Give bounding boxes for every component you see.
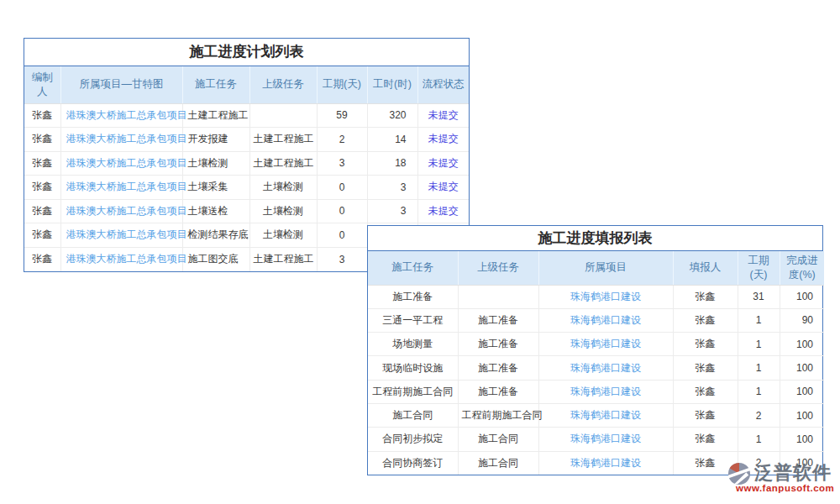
parent-task-cell: 施工准备 — [458, 333, 538, 356]
progress-cell: 90 — [780, 308, 824, 332]
hours-cell: 320 — [367, 103, 417, 128]
parent-task-cell: 土壤检测 — [249, 223, 317, 248]
col-header-creator: 编制人 — [24, 66, 60, 103]
plan-header-row: 编制人 所属项目—甘特图 施工任务 上级任务 工期(天) 工时(时) 流程状态 — [24, 66, 469, 103]
project-link[interactable]: 港珠澳大桥施工总承包项目 — [60, 223, 182, 248]
duration-cell: 3 — [317, 151, 367, 176]
report-table-title: 施工进度填报列表 — [368, 226, 822, 251]
parent-task-cell — [249, 103, 317, 128]
reporter-cell: 张鑫 — [673, 333, 738, 356]
status-link[interactable]: 未提交 — [417, 151, 469, 176]
project-link[interactable]: 珠海鹤港口建设 — [538, 451, 673, 475]
report-table: 施工进度填报列表 施工任务 上级任务 所属项目 填报人 工期(天) 完成进度(%… — [367, 225, 823, 475]
col-header-progress: 完成进度(%) — [780, 251, 824, 285]
status-link[interactable]: 未提交 — [417, 103, 469, 128]
fanpu-logo: 泛普软件 www.fanpusoft.com — [726, 459, 840, 497]
parent-task-cell: 施工准备 — [458, 308, 538, 332]
progress-cell: 100 — [780, 428, 824, 451]
parent-task-cell: 土建工程施工 — [249, 151, 317, 176]
parent-task-cell: 施工准备 — [458, 380, 538, 403]
duration-cell: 1 — [738, 333, 780, 356]
task-cell: 施工图交底 — [182, 247, 249, 271]
parent-task-cell: 土建工程施工 — [249, 247, 317, 271]
status-link[interactable]: 未提交 — [417, 128, 469, 152]
parent-task-cell: 施工准备 — [458, 356, 538, 380]
project-link[interactable]: 珠海鹤港口建设 — [538, 285, 673, 308]
reporter-cell: 张鑫 — [673, 403, 738, 427]
hours-cell: 3 — [367, 176, 417, 200]
task-cell: 土建工程施工 — [182, 103, 249, 128]
status-link[interactable]: 未提交 — [417, 199, 469, 223]
col-header-task: 施工任务 — [182, 66, 249, 103]
project-link[interactable]: 港珠澳大桥施工总承包项目 — [60, 247, 182, 271]
creator-cell: 张鑫 — [24, 223, 60, 248]
duration-cell: 2 — [738, 403, 780, 427]
project-link[interactable]: 珠海鹤港口建设 — [538, 403, 673, 427]
table-row: 张鑫港珠澳大桥施工总承包项目土建工程施工59320未提交 — [24, 103, 469, 128]
table-row: 合同初步拟定施工合同珠海鹤港口建设张鑫1100 — [368, 428, 824, 451]
creator-cell: 张鑫 — [24, 103, 60, 128]
project-link[interactable]: 港珠澳大桥施工总承包项目 — [60, 199, 182, 223]
duration-cell: 1 — [738, 356, 780, 380]
project-link[interactable]: 珠海鹤港口建设 — [538, 333, 673, 356]
table-row: 工程前期施工合同施工准备珠海鹤港口建设张鑫1100 — [368, 380, 824, 403]
project-link[interactable]: 港珠澳大桥施工总承包项目 — [60, 151, 182, 176]
col-header-reporter: 填报人 — [673, 251, 738, 285]
hours-cell: 14 — [367, 128, 417, 152]
table-row: 张鑫港珠澳大桥施工总承包项目开发报建土建工程施工214未提交 — [24, 128, 469, 152]
project-link[interactable]: 珠海鹤港口建设 — [538, 380, 673, 403]
parent-task-cell: 土建工程施工 — [249, 128, 317, 152]
progress-cell: 100 — [780, 333, 824, 356]
task-cell: 土壤送检 — [182, 199, 249, 223]
parent-task-cell: 工程前期施工合同 — [458, 403, 538, 427]
task-cell: 场地测量 — [368, 333, 458, 356]
task-cell: 土壤采集 — [182, 176, 249, 200]
parent-task-cell: 施工合同 — [458, 451, 538, 475]
table-row: 施工准备珠海鹤港口建设张鑫31100 — [368, 285, 824, 308]
table-row: 场地测量施工准备珠海鹤港口建设张鑫1100 — [368, 333, 824, 356]
col-header-parent-task: 上级任务 — [249, 66, 317, 103]
table-row: 三通一平工程施工准备珠海鹤港口建设张鑫190 — [368, 308, 824, 332]
creator-cell: 张鑫 — [24, 151, 60, 176]
task-cell: 施工准备 — [368, 285, 458, 308]
duration-cell: 0 — [317, 199, 367, 223]
report-table-grid: 施工任务 上级任务 所属项目 填报人 工期(天) 完成进度(%) 施工准备珠海鹤… — [368, 251, 824, 475]
page: 施工进度计划列表 编制人 所属项目—甘特图 施工任务 上级任务 工期(天) 工时… — [0, 0, 840, 504]
task-cell: 合同初步拟定 — [368, 428, 458, 451]
duration-cell: 0 — [317, 176, 367, 200]
project-link[interactable]: 珠海鹤港口建设 — [538, 428, 673, 451]
hours-cell: 18 — [367, 151, 417, 176]
plan-table-title: 施工进度计划列表 — [24, 39, 469, 66]
fanpu-logo-url: www.fanpusoft.com — [736, 483, 834, 493]
col-header-parent-task: 上级任务 — [458, 251, 538, 285]
task-cell: 现场临时设施 — [368, 356, 458, 380]
reporter-cell: 张鑫 — [673, 380, 738, 403]
table-row: 张鑫港珠澳大桥施工总承包项目土壤采集土壤检测03未提交 — [24, 176, 469, 200]
task-cell: 三通一平工程 — [368, 308, 458, 332]
col-header-hours: 工时(时) — [367, 66, 417, 103]
project-link[interactable]: 港珠澳大桥施工总承包项目 — [60, 128, 182, 152]
task-cell: 施工合同 — [368, 403, 458, 427]
task-cell: 合同协商签订 — [368, 451, 458, 475]
creator-cell: 张鑫 — [24, 199, 60, 223]
col-header-task: 施工任务 — [368, 251, 458, 285]
table-row: 施工合同工程前期施工合同珠海鹤港口建设张鑫2100 — [368, 403, 824, 427]
project-link[interactable]: 珠海鹤港口建设 — [538, 356, 673, 380]
project-link[interactable]: 珠海鹤港口建设 — [538, 308, 673, 332]
project-link[interactable]: 港珠澳大桥施工总承包项目 — [60, 103, 182, 128]
duration-cell: 59 — [317, 103, 367, 128]
task-cell: 开发报建 — [182, 128, 249, 152]
duration-cell: 3 — [317, 247, 367, 271]
duration-cell: 31 — [738, 285, 780, 308]
col-header-project-gantt: 所属项目—甘特图 — [60, 66, 182, 103]
status-link[interactable]: 未提交 — [417, 176, 469, 200]
col-header-duration: 工期(天) — [317, 66, 367, 103]
fanpu-logo-text: 泛普软件 — [754, 460, 832, 486]
parent-task-cell: 土壤检测 — [249, 176, 317, 200]
duration-cell: 1 — [738, 428, 780, 451]
task-cell: 土壤检测 — [182, 151, 249, 176]
progress-cell: 100 — [780, 403, 824, 427]
project-link[interactable]: 港珠澳大桥施工总承包项目 — [60, 176, 182, 200]
duration-cell: 2 — [317, 128, 367, 152]
col-header-status: 流程状态 — [417, 66, 469, 103]
